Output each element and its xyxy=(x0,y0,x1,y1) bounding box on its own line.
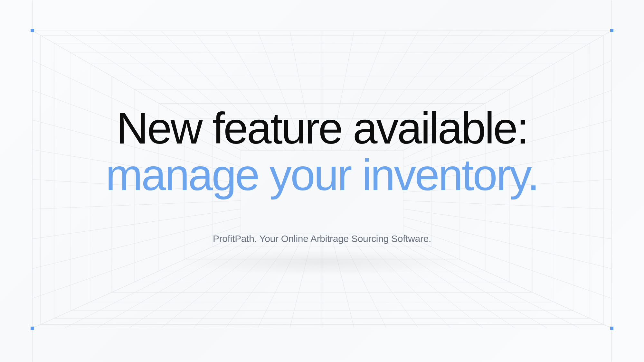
subtitle: ProfitPath. Your Online Arbitrage Sourci… xyxy=(213,233,431,244)
corner-handle-top-left xyxy=(31,29,34,32)
headline-highlight: manage your inventory. xyxy=(106,150,538,200)
corner-handle-bottom-right xyxy=(610,327,613,330)
corner-handle-bottom-left xyxy=(31,327,34,330)
corner-handle-top-right xyxy=(610,29,613,32)
main-content: New feature available: manage your inven… xyxy=(0,0,644,362)
headline: New feature available: manage your inven… xyxy=(97,105,547,198)
headline-part1: New feature available: xyxy=(116,103,527,153)
